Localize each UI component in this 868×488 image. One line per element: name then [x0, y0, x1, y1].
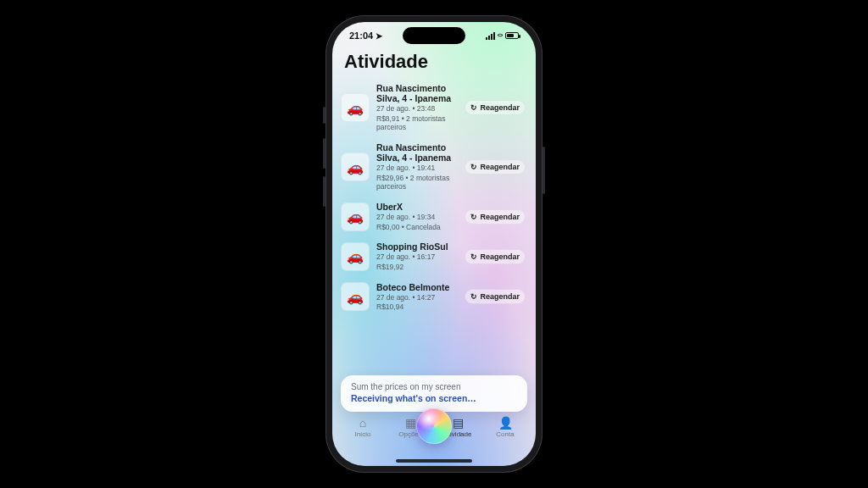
activity-meta: R$29,96 • 2 motoristas parceiros — [376, 174, 458, 191]
receipt-icon: ▤ — [453, 417, 464, 429]
siri-panel[interactable]: Sum the prices on my screen Receiving wh… — [341, 375, 527, 412]
refresh-icon: ↻ — [470, 163, 477, 171]
activity-meta: R$8,91 • 2 motoristas parceiros — [376, 114, 458, 132]
activity-meta: 27 de ago. • 19:41 — [376, 164, 458, 173]
activity-meta: R$19,92 — [376, 263, 458, 272]
refresh-icon: ↻ — [470, 103, 477, 112]
car-icon: 🚗 — [341, 93, 370, 122]
activity-row[interactable]: 🚗 Shopping RioSul 27 de ago. • 16:17 R$1… — [341, 236, 527, 276]
activity-info: UberX 27 de ago. • 19:34 R$0,00 • Cancel… — [376, 202, 458, 231]
siri-status: Receiving what's on screen… — [351, 393, 517, 403]
activity-row[interactable]: 🚗 Rua Nascimento Silva, 4 - Ipanema 27 d… — [341, 78, 527, 137]
refresh-icon: ↻ — [470, 292, 477, 301]
rebook-label: Reagendar — [480, 252, 520, 261]
person-icon: 👤 — [498, 417, 513, 429]
activity-row[interactable]: 🚗 Rua Nascimento Silva, 4 - Ipanema 27 d… — [341, 137, 527, 197]
rebook-label: Reagendar — [480, 213, 520, 221]
activity-info: Shopping RioSul 27 de ago. • 16:17 R$19,… — [376, 241, 458, 271]
activity-meta: 27 de ago. • 14:27 — [376, 293, 458, 302]
dynamic-island — [403, 27, 465, 44]
tab-label: Início — [354, 430, 370, 438]
activity-list[interactable]: 🚗 Rua Nascimento Silva, 4 - Ipanema 27 d… — [332, 78, 536, 370]
activity-title: Shopping RioSul — [376, 241, 458, 252]
activity-meta: 27 de ago. • 23:48 — [376, 104, 458, 114]
activity-meta: R$10,94 — [376, 302, 458, 312]
battery-icon — [505, 32, 519, 39]
phone-side-button — [323, 107, 326, 124]
phone-frame: 21:04 ➤ ⌔ Atividade 🚗 Rua Nascimento Sil… — [326, 15, 542, 473]
rebook-button[interactable]: ↻ Reagendar — [465, 209, 526, 225]
activity-meta: R$0,00 • Cancelada — [376, 223, 458, 232]
car-icon: 🚗 — [341, 152, 370, 181]
rebook-label: Reagendar — [480, 163, 520, 171]
car-icon: 🚗 — [341, 202, 370, 231]
wifi-icon: ⌔ — [498, 31, 503, 41]
phone-screen: 21:04 ➤ ⌔ Atividade 🚗 Rua Nascimento Sil… — [332, 22, 536, 466]
activity-title: Rua Nascimento Silva, 4 - Ipanema — [376, 142, 458, 163]
app-content: Atividade 🚗 Rua Nascimento Silva, 4 - Ip… — [332, 22, 536, 466]
refresh-icon: ↻ — [470, 213, 477, 221]
siri-query: Sum the prices on my screen — [351, 382, 517, 391]
tab-account[interactable]: 👤 Conta — [481, 417, 529, 438]
activity-info: Rua Nascimento Silva, 4 - Ipanema 27 de … — [376, 83, 458, 132]
activity-info: Boteco Belmonte 27 de ago. • 14:27 R$10,… — [376, 282, 458, 312]
activity-title: Boteco Belmonte — [376, 282, 458, 292]
activity-title: Rua Nascimento Silva, 4 - Ipanema — [376, 83, 458, 103]
activity-meta: 27 de ago. • 19:34 — [376, 213, 458, 222]
rebook-button[interactable]: ↻ Reagendar — [465, 249, 526, 264]
siri-orb[interactable] — [416, 408, 452, 444]
location-icon: ➤ — [376, 31, 382, 41]
activity-title: UberX — [376, 202, 458, 212]
home-indicator[interactable] — [396, 459, 472, 463]
phone-side-button — [323, 176, 326, 207]
rebook-button[interactable]: ↻ Reagendar — [465, 100, 526, 115]
tab-label: Conta — [496, 430, 514, 438]
tab-home[interactable]: ⌂ Início — [339, 417, 387, 438]
rebook-button[interactable]: ↻ Reagendar — [465, 289, 526, 304]
refresh-icon: ↻ — [470, 252, 477, 261]
phone-side-button — [542, 147, 545, 194]
rebook-label: Reagendar — [480, 292, 520, 301]
grid-icon: ▦ — [405, 417, 416, 429]
phone-side-button — [323, 138, 326, 169]
activity-info: Rua Nascimento Silva, 4 - Ipanema 27 de … — [376, 142, 458, 191]
page-title: Atividade — [332, 47, 536, 78]
car-icon: 🚗 — [341, 282, 370, 311]
tab-bar: ⌂ Início ▦ Opções ▤ Atividade 👤 Conta — [332, 412, 536, 466]
car-icon: 🚗 — [341, 242, 370, 271]
cellular-icon — [486, 32, 495, 40]
activity-row[interactable]: 🚗 UberX 27 de ago. • 19:34 R$0,00 • Canc… — [341, 197, 527, 236]
activity-meta: 27 de ago. • 16:17 — [376, 252, 458, 262]
activity-row[interactable]: 🚗 Boteco Belmonte 27 de ago. • 14:27 R$1… — [341, 277, 527, 317]
status-time: 21:04 — [349, 30, 373, 41]
rebook-label: Reagendar — [480, 103, 520, 112]
rebook-button[interactable]: ↻ Reagendar — [465, 159, 526, 175]
home-icon: ⌂ — [359, 417, 366, 429]
